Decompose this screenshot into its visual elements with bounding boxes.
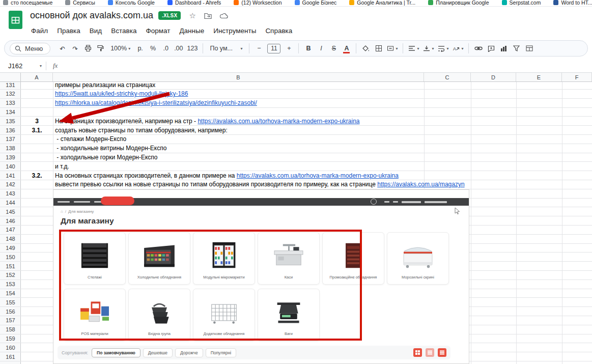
row-header[interactable]: 161 — [0, 352, 21, 361]
increase-font-size-button[interactable]: + — [283, 42, 295, 54]
product-card[interactable]: Додаткове обладнання — [193, 289, 255, 341]
row-header[interactable]: 131 — [0, 82, 21, 89]
sort-option[interactable]: По замовчуванню — [92, 348, 140, 357]
product-card[interactable]: Ваги — [258, 289, 320, 341]
menu-item[interactable]: Формат — [142, 26, 174, 36]
row-header[interactable]: 144 — [0, 199, 21, 207]
product-card[interactable]: POS матеріали — [64, 289, 126, 341]
font-selector[interactable]: По ум... ▾ — [207, 45, 245, 52]
column-header[interactable]: B — [53, 73, 424, 81]
row-header[interactable]: 132 — [0, 90, 21, 98]
vertical-align-button[interactable]: ▾ — [421, 42, 435, 54]
cell-value[interactable]: примеры реализации на страницах — [55, 82, 155, 89]
italic-button[interactable]: I — [315, 42, 327, 54]
row-header[interactable]: 133 — [0, 99, 21, 107]
number-format-button[interactable]: 123 — [186, 42, 200, 54]
cell-value[interactable]: https://hlorka.ua/catalog/dezinfektsiya-… — [55, 99, 257, 107]
paint-format-button[interactable] — [95, 42, 106, 54]
cell-hyperlink[interactable]: https://avalaks.com.ua/torhova-marka-mod… — [198, 118, 359, 125]
bookmark-item[interactable]: Google Аналитика | Tr... — [349, 0, 415, 6]
percent-format-button[interactable]: % — [147, 42, 159, 54]
bookmark-item[interactable]: сто посещаемые — [3, 0, 52, 6]
font-size-input[interactable]: 11 — [267, 44, 280, 53]
row-header[interactable]: 142 — [0, 180, 21, 189]
row-header[interactable]: 154 — [0, 289, 21, 298]
decrease-decimals-button[interactable]: .0 — [160, 42, 172, 54]
sort-option[interactable]: Дорожче — [175, 348, 203, 357]
currency-format-button[interactable]: р. — [134, 42, 146, 54]
fill-color-button[interactable] — [360, 42, 372, 54]
decrease-font-size-button[interactable]: − — [253, 42, 265, 54]
increase-decimals-button[interactable]: .00 — [173, 42, 184, 54]
cell-value[interactable]: На страницах производителей, например на… — [55, 117, 360, 125]
row-header[interactable]: 143 — [0, 189, 21, 198]
menu-item[interactable]: Данные — [176, 26, 208, 36]
text-rotation-button[interactable]: A ▾ — [451, 42, 465, 54]
product-card[interactable]: Каси — [258, 232, 320, 285]
row-header[interactable]: 147 — [0, 226, 21, 234]
toolbar-search[interactable]: Меню — [10, 43, 50, 54]
row-header[interactable]: 150 — [0, 253, 21, 261]
cell-value[interactable]: и т.д. — [55, 162, 69, 171]
text-color-button[interactable]: A — [341, 42, 352, 54]
table-views-button[interactable] — [523, 42, 535, 54]
merge-cells-button[interactable]: ▾ — [385, 42, 399, 54]
select-all-corner[interactable] — [0, 73, 21, 81]
redo-button[interactable]: ↷ — [69, 42, 81, 54]
undo-button[interactable]: ↶ — [57, 42, 68, 54]
row-header[interactable]: 136 — [0, 126, 21, 134]
row-header[interactable]: 145 — [0, 207, 21, 216]
row-header[interactable]: 149 — [0, 244, 21, 253]
borders-button[interactable] — [373, 42, 384, 54]
cell-value[interactable]: - холодильные витрины Модерн-Експо — [55, 144, 166, 153]
view-list-button[interactable] — [426, 348, 434, 357]
column-header[interactable]: D — [471, 73, 516, 81]
print-button[interactable] — [82, 42, 94, 54]
breadcrumb-label[interactable]: Для магазину — [68, 209, 94, 214]
name-box[interactable]: J162 ▾ — [0, 62, 46, 70]
embedded-website-screenshot[interactable]: ⌂ / Для магазину Для магазину СтелажіХол… — [53, 189, 469, 364]
row-header[interactable]: 155 — [0, 298, 21, 306]
row-header[interactable]: 157 — [0, 316, 21, 325]
bookmark-item[interactable]: (12) Worksection — [234, 0, 281, 6]
row-header[interactable]: 160 — [0, 343, 21, 352]
cell-value[interactable]: 3.2. — [21, 171, 53, 180]
zoom-control[interactable]: 100% ▾ — [107, 45, 133, 52]
menu-item[interactable]: Справка — [262, 26, 296, 36]
bookmark-item[interactable]: Консоль Google — [108, 0, 155, 6]
sheets-logo-icon[interactable] — [9, 11, 22, 29]
row-header[interactable]: 158 — [0, 325, 21, 334]
row-header[interactable]: 156 — [0, 307, 21, 316]
row-header[interactable]: 153 — [0, 280, 21, 289]
sort-option[interactable]: Популярні — [206, 348, 236, 357]
bookmark-item[interactable]: Планировщик Google — [428, 0, 489, 6]
product-card[interactable]: Морозильні скрині — [387, 232, 449, 285]
view-table-button[interactable] — [438, 348, 446, 357]
row-header[interactable]: 146 — [0, 216, 21, 225]
text-wrap-button[interactable]: ▾ — [436, 42, 450, 54]
menu-item[interactable]: Файл — [27, 26, 51, 36]
row-header[interactable]: 148 — [0, 235, 21, 243]
row-header[interactable]: 134 — [0, 108, 21, 117]
column-header[interactable]: F — [562, 73, 592, 81]
insert-chart-button[interactable] — [498, 42, 510, 54]
insert-link-button[interactable] — [472, 42, 484, 54]
view-grid-button[interactable] — [413, 348, 422, 357]
insert-comment-button[interactable] — [485, 42, 497, 54]
menu-item[interactable]: Вид — [86, 26, 105, 36]
home-icon[interactable]: ⌂ — [61, 209, 63, 214]
menu-item[interactable]: Вставка — [107, 26, 140, 36]
horizontal-align-button[interactable]: ▾ — [407, 42, 420, 54]
product-card[interactable]: Холодильне обладнання — [128, 232, 190, 285]
bookmark-item[interactable]: Сервисы — [65, 0, 95, 6]
cell-value[interactable]: - холодильные горки Модерн-Експо — [55, 153, 158, 162]
row-header[interactable]: 135 — [0, 117, 21, 125]
product-card[interactable]: Вхідна група — [128, 289, 190, 341]
product-card[interactable]: Модульні мікромаркети — [193, 232, 255, 285]
product-card[interactable]: Стелажі — [64, 232, 126, 285]
cell-value[interactable]: https://5watt.ua/uk/led-strichky-moduli-… — [55, 90, 188, 98]
cell-value[interactable]: вывести превью ссылки на новые страницы … — [55, 180, 465, 189]
column-header[interactable]: C — [424, 73, 471, 81]
document-status-cloud-icon[interactable] — [220, 13, 229, 19]
menu-item[interactable]: Правка — [53, 26, 84, 36]
